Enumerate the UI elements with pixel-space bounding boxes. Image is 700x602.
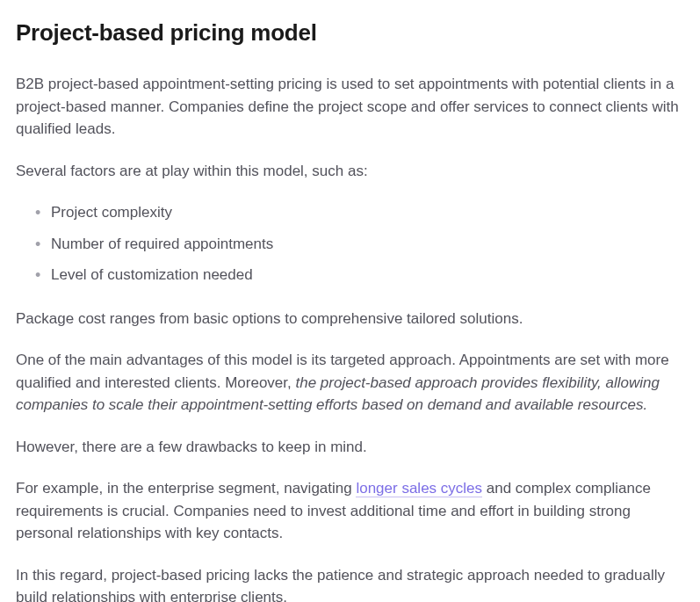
list-item: Project complexity bbox=[51, 201, 684, 224]
factors-list: Project complexity Number of required ap… bbox=[16, 201, 684, 286]
list-item: Level of customization needed bbox=[51, 264, 684, 286]
paragraph-package-cost: Package cost ranges from basic options t… bbox=[16, 308, 683, 330]
longer-sales-cycles-link[interactable]: longer sales cycles bbox=[356, 480, 482, 497]
list-item: Number of required appointments bbox=[51, 233, 684, 256]
text-run: For example, in the enterprise segment, … bbox=[16, 480, 356, 497]
paragraph-example: For example, in the enterprise segment, … bbox=[16, 477, 683, 545]
paragraph-regard: In this regard, project-based pricing la… bbox=[16, 564, 683, 603]
paragraph-factors-lead: Several factors are at play within this … bbox=[16, 160, 683, 183]
paragraph-intro: B2B project-based appointment-setting pr… bbox=[16, 73, 683, 141]
paragraph-drawbacks-lead: However, there are a few drawbacks to ke… bbox=[16, 436, 683, 459]
page-title: Project-based pricing model bbox=[16, 16, 684, 50]
paragraph-advantages: One of the main advantages of this model… bbox=[16, 349, 683, 417]
